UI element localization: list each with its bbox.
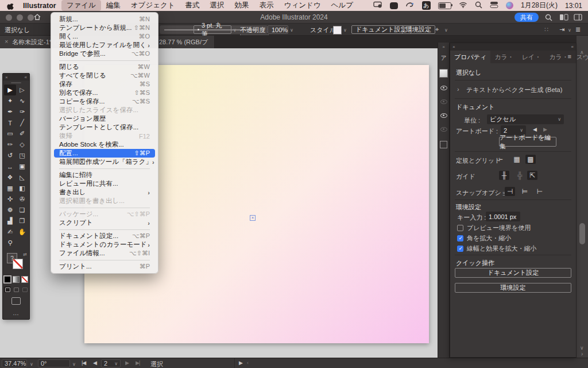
preference-checkbox[interactable]: 角を拡大・縮小 <box>457 234 511 243</box>
panel-close-icon[interactable]: × <box>452 44 455 49</box>
zoom-tool[interactable]: ⚲ <box>4 237 16 248</box>
strip-swatch[interactable] <box>439 69 448 78</box>
menu-item[interactable]: コピーを保存... ⌥⌘S › <box>54 97 155 106</box>
key-input-field[interactable]: 1.0001 px <box>486 212 520 221</box>
show-grid-icon[interactable]: ▦ <box>512 155 522 164</box>
perspective-grid-tool[interactable]: ◺ <box>16 172 28 183</box>
menubar-date[interactable]: 1月28日(火) <box>521 1 558 10</box>
edit-artboard-button[interactable]: アートボードを編集 <box>499 137 556 147</box>
hand-tool[interactable]: ✋ <box>16 227 28 237</box>
panel-close-icon[interactable]: × <box>5 75 8 80</box>
eyedropper-tool[interactable]: ✇ <box>16 194 28 205</box>
menu-item[interactable]: テンプレートから新規... ⇧⌘N › <box>54 24 155 32</box>
menubar-item[interactable]: 効果 <box>230 0 254 11</box>
tool-options-chevron-icon[interactable]: ∨ <box>444 28 448 33</box>
menu-item[interactable]: ドキュメント設定... ⌥⌘P › <box>54 232 155 240</box>
show-rulers-icon[interactable]: ⌐ <box>496 155 506 164</box>
preference-checkbox[interactable]: プレビュー境界を使用 <box>457 224 531 232</box>
panel-tab[interactable]: レイ・ <box>518 51 546 63</box>
rotation-chevron-icon[interactable]: ∨ <box>72 362 76 367</box>
first-artboard-icon[interactable]: |◀ <box>82 360 86 366</box>
siri-icon[interactable] <box>506 2 513 9</box>
menu-item[interactable]: Adobe Stock を検索... › <box>54 140 155 149</box>
menubar-item[interactable]: 編集 <box>101 0 126 11</box>
prev-artboard-icon[interactable]: ◀ <box>93 360 96 366</box>
menu-item[interactable]: レビュー用に共有... › <box>54 179 155 188</box>
menu-item[interactable]: 書き出し › <box>54 188 155 197</box>
menu-item[interactable]: パッケージ... ⌥⇧⌘P › <box>54 210 155 218</box>
draw-normal-button[interactable] <box>4 286 11 293</box>
menu-item[interactable]: 選択したスライスを保存... › <box>54 106 155 114</box>
gradient-fill-button[interactable] <box>13 276 20 283</box>
lasso-tool[interactable]: ∿ <box>16 95 28 106</box>
menu-item[interactable]: すべてを閉じる ⌥⌘W › <box>54 71 155 80</box>
menu-item[interactable]: 最近使用したファイルを開く › <box>54 41 155 49</box>
rotate-tool[interactable]: ↺ <box>4 150 16 161</box>
wifi-icon[interactable] <box>459 2 467 10</box>
opacity-label[interactable]: 不透明度 : <box>240 26 269 35</box>
none-fill-button[interactable] <box>21 276 28 283</box>
status-expand-icon[interactable]: ▶ <box>239 360 242 366</box>
artboard-prev-icon[interactable]: ◀ <box>533 126 537 132</box>
shape-builder-tool[interactable]: ❖ <box>4 172 16 183</box>
last-artboard-icon[interactable]: ▶| <box>136 360 140 366</box>
pen-tool[interactable]: ✒ <box>4 106 16 117</box>
snap-to-grid-icon[interactable]: ⊨ <box>520 187 530 196</box>
expand-right-icon[interactable]: › <box>581 351 583 357</box>
gradient-tool[interactable]: ◧ <box>16 183 28 194</box>
panel-collapse-icon[interactable]: « <box>25 75 27 80</box>
preferences-button[interactable]: 環境設定 <box>402 25 435 34</box>
line-segment-tool[interactable]: ╱ <box>16 117 28 128</box>
menu-item[interactable]: バージョン履歴 › <box>54 114 155 123</box>
menubar-item[interactable]: 書式 <box>180 0 205 11</box>
menu-item[interactable]: 復帰 F12 › <box>54 132 155 140</box>
visibility-eye-icon[interactable] <box>440 113 447 118</box>
input-source-badge[interactable]: あ <box>422 1 431 10</box>
strip-square-icon[interactable] <box>440 141 447 148</box>
panel-collapse-icon[interactable]: « <box>571 44 574 49</box>
panel-tab[interactable]: カラ・ <box>490 51 518 63</box>
menubar-item[interactable]: オブジェクト <box>126 0 180 11</box>
draw-inside-button[interactable] <box>21 286 28 293</box>
strip-panel-label[interactable]: ア <box>440 54 446 62</box>
brush-chevron-icon[interactable]: ∨ <box>233 28 237 33</box>
brush-definition-dropdown[interactable]: 3 pt. 丸筆 <box>194 25 231 34</box>
apple-menu-icon[interactable] <box>7 2 14 10</box>
text-to-vector-label[interactable]: テキストからベクター生成 (Beta) <box>466 86 562 94</box>
status-collapse-icon[interactable]: ‹ <box>247 360 248 366</box>
free-transform-tool[interactable]: ▣ <box>16 161 28 172</box>
mesh-tool[interactable]: ▦ <box>4 183 16 194</box>
style-swatch[interactable] <box>333 26 342 34</box>
scrollbar-thumb[interactable] <box>579 223 585 244</box>
snap-options-icon[interactable]: ⇥ <box>559 26 564 33</box>
draw-behind-button[interactable] <box>13 286 20 293</box>
blob-brush-tool[interactable]: ✍ <box>4 227 16 237</box>
menubar-item[interactable]: 表示 <box>254 0 279 11</box>
scale-tool[interactable]: ◳ <box>16 150 28 161</box>
visibility-eye-icon[interactable] <box>440 99 447 104</box>
menu-item[interactable]: 新規... ⌘N › <box>54 15 155 24</box>
disclosure-chevron-icon[interactable]: › <box>457 86 459 93</box>
swap-fill-stroke-icon[interactable]: ⇄ <box>23 252 27 257</box>
snap-to-pixel-icon[interactable]: ⊢ <box>535 187 545 196</box>
menu-item[interactable]: プリント... ⌘P › <box>54 262 155 271</box>
color-fill-button[interactable] <box>4 276 11 283</box>
panel-grip[interactable] <box>11 82 21 83</box>
width-tool[interactable]: ↔ <box>4 161 16 172</box>
screen-mirroring-icon[interactable] <box>373 1 382 10</box>
quick-document-setup-button[interactable]: ドキュメント設定 <box>455 268 571 278</box>
menubar-item[interactable]: ヘルプ <box>326 0 358 11</box>
chat-app-icon[interactable] <box>390 2 398 9</box>
lock-guides-icon[interactable]: ╬ <box>514 171 525 180</box>
artboard-next-icon[interactable]: ▶ <box>543 126 547 132</box>
visibility-eye-icon[interactable] <box>440 86 447 90</box>
share-button[interactable]: 共有 <box>514 13 539 22</box>
tab-close-icon[interactable]: × <box>5 38 8 45</box>
rotation-field[interactable]: 0° <box>38 359 70 367</box>
magic-wand-tool[interactable]: ✦ <box>4 95 16 106</box>
rectangle-tool[interactable]: ▭ <box>4 128 16 139</box>
pencil-tool[interactable]: ✏ <box>4 139 16 150</box>
menu-item[interactable]: 箱展開図作成ツール「箱ラク」 › <box>54 158 155 166</box>
screen-mode-button[interactable] <box>11 297 21 305</box>
menu-item[interactable]: 別名で保存... ⇧⌘S › <box>54 89 155 97</box>
